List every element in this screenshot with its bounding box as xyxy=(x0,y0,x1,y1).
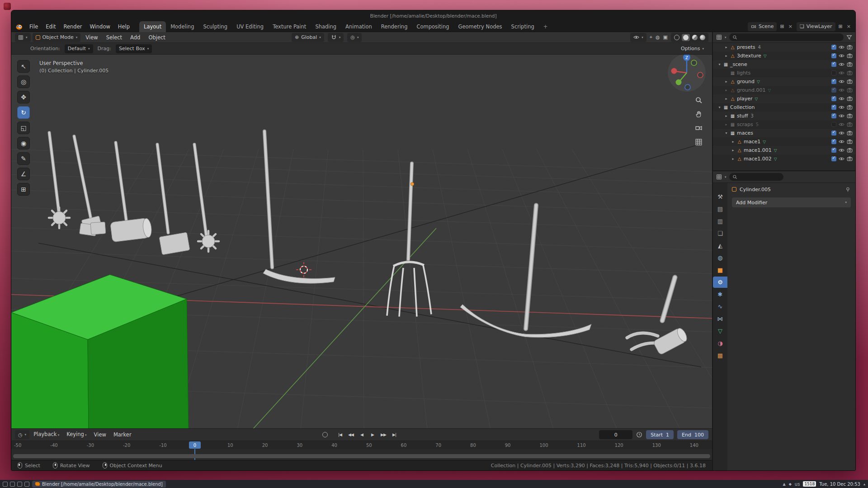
tab-physics[interactable]: ∿ xyxy=(713,301,727,312)
gizmo-x-neg-axis[interactable] xyxy=(698,72,703,78)
timeline-menu-view[interactable]: View xyxy=(91,429,109,440)
tab-data[interactable]: ▽ xyxy=(713,325,727,337)
tray-volume-icon[interactable]: ◆ xyxy=(789,482,792,486)
checkbox-toggle[interactable] xyxy=(831,79,836,84)
workspace-rendering[interactable]: Rendering xyxy=(377,21,412,32)
mode-dropdown[interactable]: Object Mode ▾ xyxy=(33,33,81,42)
tab-render[interactable]: ▤ xyxy=(713,203,727,215)
checkbox-toggle[interactable] xyxy=(831,70,836,75)
hide-eye-toggle[interactable] xyxy=(839,156,844,162)
tab-scene[interactable]: ◭ xyxy=(713,240,727,251)
outliner-row-maces[interactable]: ▾ ▦ maces xyxy=(713,129,855,137)
workspace-shading[interactable]: Shading xyxy=(311,21,341,32)
tool-select-box[interactable]: ↖ xyxy=(17,60,30,73)
workspace-sculpting[interactable]: Sculpting xyxy=(198,21,232,32)
render-camera-toggle[interactable] xyxy=(847,53,853,59)
render-camera-toggle[interactable] xyxy=(847,130,853,136)
timeline-ruler[interactable]: -50-40-30-20-100102030405060708090100110… xyxy=(11,441,712,449)
tab-constraints[interactable]: ⋈ xyxy=(713,313,727,324)
disclosure-icon[interactable]: ▸ xyxy=(723,45,729,49)
tray-clock[interactable]: Tue, 10 Dec 20:53 xyxy=(819,482,860,487)
unlink-scene-button[interactable]: × xyxy=(788,23,793,29)
gizmo-z-neg-axis[interactable] xyxy=(685,84,690,90)
render-camera-toggle[interactable] xyxy=(847,156,853,162)
hide-eye-toggle[interactable] xyxy=(839,79,844,84)
tool-move[interactable]: ✥ xyxy=(17,91,30,103)
tab-output[interactable]: ▥ xyxy=(713,216,727,227)
drag-setting-dropdown[interactable]: Select Box ▾ xyxy=(116,44,152,53)
scene-selector[interactable]: Scene xyxy=(748,22,777,31)
orientation-setting-dropdown[interactable]: Default ▾ xyxy=(65,44,93,53)
hide-eye-toggle[interactable] xyxy=(839,96,844,102)
keyboard-layout-indicator[interactable]: us xyxy=(795,482,800,487)
checkbox-toggle[interactable] xyxy=(831,148,836,153)
checkbox-toggle[interactable] xyxy=(831,131,836,136)
hide-eye-toggle[interactable] xyxy=(839,70,844,76)
viewport-menu-object[interactable]: Object xyxy=(145,33,168,42)
remove-viewlayer-button[interactable]: × xyxy=(846,23,852,29)
workspace-add[interactable]: + xyxy=(539,21,552,32)
taskbar-files-icon[interactable] xyxy=(10,482,15,487)
hide-eye-toggle[interactable] xyxy=(839,87,844,93)
checkbox-toggle[interactable] xyxy=(831,45,836,50)
add-modifier-button[interactable]: Add Modifier ▾ xyxy=(732,197,851,207)
timeline-track-area[interactable] xyxy=(11,449,712,460)
render-camera-toggle[interactable] xyxy=(847,61,853,67)
disclosure-icon[interactable]: ▸ xyxy=(730,140,736,144)
hide-eye-toggle[interactable] xyxy=(839,122,844,127)
navigation-gizmo[interactable]: Z xyxy=(665,51,708,94)
tab-material[interactable]: ◑ xyxy=(713,338,727,349)
disclosure-icon[interactable]: ▾ xyxy=(717,105,722,109)
menu-file[interactable]: File xyxy=(26,22,42,32)
disclosure-icon[interactable]: ▸ xyxy=(723,97,729,101)
workspace-animation[interactable]: Animation xyxy=(341,21,377,32)
workspace-compositing[interactable]: Compositing xyxy=(412,21,453,32)
tab-modifiers[interactable]: ⚙ xyxy=(713,277,727,288)
hide-eye-toggle[interactable] xyxy=(839,53,844,59)
render-camera-toggle[interactable] xyxy=(847,113,853,119)
outliner-row-mace1-001[interactable]: ▸ △ mace1.001 xyxy=(713,146,855,155)
disclosure-icon[interactable]: ▾ xyxy=(723,131,729,135)
hide-eye-toggle[interactable] xyxy=(839,113,844,119)
checkbox-toggle[interactable] xyxy=(831,105,836,110)
taskbar-browser-icon[interactable] xyxy=(24,482,29,487)
outliner-row-scraps[interactable]: ▸ ▦ scraps 5 xyxy=(713,120,855,129)
playback-sync-icon[interactable] xyxy=(636,432,642,438)
prev-keyframe-button[interactable]: ◀◀ xyxy=(346,430,356,439)
timeline-menu-keying[interactable]: Keying xyxy=(63,429,90,441)
tab-view-layer[interactable]: ❏ xyxy=(713,228,727,239)
taskbar-menu-icon[interactable] xyxy=(3,482,8,487)
tab-texture[interactable]: ▩ xyxy=(713,350,727,361)
disclosure-icon[interactable]: ▸ xyxy=(723,54,729,58)
checkbox-toggle[interactable] xyxy=(831,113,836,118)
new-scene-button[interactable]: ⊞ xyxy=(780,23,784,29)
tray-monitor-badge[interactable]: 1518 xyxy=(803,481,816,487)
checkbox-toggle[interactable] xyxy=(831,122,836,127)
workspace-geometry-nodes[interactable]: Geometry Nodes xyxy=(454,21,507,32)
tool-cursor[interactable]: ◎ xyxy=(17,75,30,88)
options-dropdown[interactable]: Options ▾ xyxy=(681,46,704,52)
hide-eye-toggle[interactable] xyxy=(839,147,844,153)
viewport-menu-add[interactable]: Add xyxy=(127,33,143,42)
hide-eye-toggle[interactable] xyxy=(839,139,844,145)
ortho-toggle-button[interactable] xyxy=(694,137,703,147)
playhead[interactable]: 0 xyxy=(189,441,201,449)
render-camera-toggle[interactable] xyxy=(847,96,853,102)
disclosure-icon[interactable]: ▸ xyxy=(723,80,729,84)
outliner-search-input[interactable] xyxy=(729,33,844,41)
visibility-dropdown[interactable]: ▾ xyxy=(630,33,646,42)
outliner-row-3dtexture[interactable]: ▸ △ 3dtexture xyxy=(713,52,855,60)
outliner-row-lights[interactable]: ▦ lights xyxy=(713,69,855,77)
tab-world[interactable]: ◍ xyxy=(713,252,727,263)
hide-eye-toggle[interactable] xyxy=(839,61,844,67)
new-viewlayer-button[interactable]: ⊞ xyxy=(839,23,843,29)
tab-particles[interactable]: ✱ xyxy=(713,289,727,300)
checkbox-toggle[interactable] xyxy=(831,139,836,144)
outliner-row-mace1[interactable]: ▸ △ mace1 xyxy=(713,137,855,146)
viewport[interactable]: Orientation: Default ▾ Drag: Select Box … xyxy=(11,43,712,428)
outliner-row-player[interactable]: ▸ △ player xyxy=(713,94,855,103)
editor-type-button[interactable]: ▾ xyxy=(15,33,31,42)
checkbox-toggle[interactable] xyxy=(831,62,836,67)
timeline-editor-type-button[interactable]: ◷ ▾ xyxy=(15,430,29,439)
timeline-menu-marker[interactable]: Marker xyxy=(110,429,135,440)
